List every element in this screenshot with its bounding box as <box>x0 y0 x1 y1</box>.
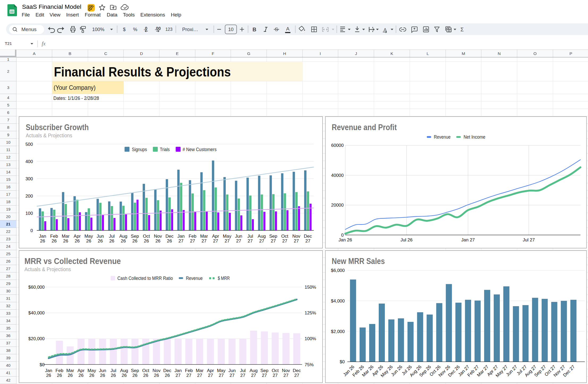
svg-text:27: 27 <box>197 373 202 378</box>
svg-text:Help: Help <box>171 12 181 18</box>
svg-text:Proxi…: Proxi… <box>182 27 198 32</box>
svg-text:17: 17 <box>6 192 11 197</box>
svg-text:24: 24 <box>6 244 11 249</box>
svg-text:41: 41 <box>6 370 11 375</box>
svg-text:26: 26 <box>154 373 159 378</box>
svg-text:26: 26 <box>165 373 170 378</box>
svg-text:Financial Results & Projection: Financial Results & Projections <box>54 65 231 79</box>
svg-text:150%: 150% <box>305 285 316 290</box>
svg-text:A: A <box>286 26 289 32</box>
svg-text:27: 27 <box>6 266 11 271</box>
svg-text:18: 18 <box>6 199 11 204</box>
svg-text:$60,000: $60,000 <box>28 285 45 290</box>
svg-text:6: 6 <box>7 110 9 115</box>
svg-text:200: 200 <box>25 194 33 199</box>
svg-text:Insert: Insert <box>66 12 79 18</box>
svg-text:%: % <box>133 27 137 32</box>
svg-text:Jul 26: Jul 26 <box>400 237 412 242</box>
svg-text:File: File <box>22 12 30 18</box>
svg-text:Apr: Apr <box>212 234 219 239</box>
svg-text:29: 29 <box>6 281 11 286</box>
svg-text:26: 26 <box>155 238 160 244</box>
svg-text:May: May <box>84 234 93 239</box>
svg-text:Feb: Feb <box>185 368 193 373</box>
svg-text:Oct: Oct <box>272 368 279 373</box>
svg-text:27: 27 <box>208 373 213 378</box>
svg-text:23: 23 <box>6 237 11 241</box>
svg-text:$4,000: $4,000 <box>331 298 345 304</box>
svg-text:27: 27 <box>283 373 288 378</box>
svg-text:May: May <box>88 368 96 373</box>
svg-text:0: 0 <box>341 233 344 238</box>
svg-text:4: 4 <box>7 95 9 100</box>
svg-text:Sep: Sep <box>131 368 139 373</box>
svg-text:Oct: Oct <box>281 234 288 239</box>
svg-text:26: 26 <box>122 373 127 378</box>
svg-text:13: 13 <box>6 162 11 167</box>
svg-text:Signups: Signups <box>132 147 147 152</box>
svg-text:B: B <box>253 27 256 32</box>
svg-text:.00: .00 <box>155 26 161 31</box>
svg-text:G: G <box>247 51 250 56</box>
svg-text:Aug: Aug <box>120 368 128 373</box>
svg-text:Trials: Trials <box>160 147 170 152</box>
svg-text:Mar: Mar <box>196 368 204 373</box>
svg-text:26: 26 <box>68 373 73 378</box>
svg-text:60000: 60000 <box>331 143 344 148</box>
svg-text:Jul: Jul <box>247 234 253 239</box>
svg-text:L: L <box>427 51 429 56</box>
svg-text:26: 26 <box>75 238 80 244</box>
svg-text:40000: 40000 <box>331 173 344 178</box>
svg-text:75%: 75% <box>305 362 314 367</box>
svg-text:37: 37 <box>6 341 11 345</box>
svg-text:Revenue and Profit: Revenue and Profit <box>332 122 397 132</box>
svg-text:10: 10 <box>228 27 233 32</box>
svg-text:38: 38 <box>6 348 11 353</box>
svg-text:Jan: Jan <box>174 368 182 373</box>
svg-text:27: 27 <box>259 238 264 244</box>
svg-text:$0: $0 <box>340 359 345 364</box>
svg-text:N: N <box>498 51 501 56</box>
svg-text:26: 26 <box>132 238 137 244</box>
svg-text:27: 27 <box>271 238 276 244</box>
svg-text:Dec: Dec <box>304 234 312 239</box>
svg-text:Mar: Mar <box>66 368 74 373</box>
svg-text:36: 36 <box>6 333 11 338</box>
svg-text:Format: Format <box>85 12 101 18</box>
svg-text:Data: Data <box>107 12 118 18</box>
svg-text:27: 27 <box>176 373 181 378</box>
svg-text:0: 0 <box>31 228 33 233</box>
svg-text:fx: fx <box>42 41 46 47</box>
svg-text:26: 26 <box>167 238 172 244</box>
svg-text:26: 26 <box>6 259 11 263</box>
svg-text:31: 31 <box>6 296 11 301</box>
svg-text:27: 27 <box>282 238 287 244</box>
svg-text:$2,000: $2,000 <box>331 329 345 334</box>
svg-text:27: 27 <box>190 238 195 244</box>
svg-text:Jun: Jun <box>97 234 104 239</box>
svg-text:26: 26 <box>98 238 103 244</box>
svg-text:27: 27 <box>202 238 207 244</box>
svg-text:Dec: Dec <box>163 368 172 373</box>
svg-text:26: 26 <box>143 373 148 378</box>
svg-text:27: 27 <box>294 373 299 378</box>
svg-text:35: 35 <box>6 326 11 330</box>
svg-text:Σ: Σ <box>461 27 464 32</box>
svg-text:22: 22 <box>6 229 11 234</box>
svg-text:.0: .0 <box>144 26 147 31</box>
svg-text:26: 26 <box>111 373 116 378</box>
svg-text:Jun: Jun <box>99 368 106 373</box>
svg-text:125%: 125% <box>305 310 316 315</box>
svg-text:3: 3 <box>7 85 9 90</box>
svg-text:12: 12 <box>6 155 11 159</box>
svg-text:Tools: Tools <box>123 12 135 18</box>
svg-text:D: D <box>140 51 143 56</box>
svg-text:Net Income: Net Income <box>464 134 485 140</box>
svg-text:27: 27 <box>251 373 256 378</box>
svg-text:9: 9 <box>7 133 9 137</box>
svg-text:500: 500 <box>25 142 33 147</box>
svg-text:27: 27 <box>178 238 184 244</box>
svg-text:11: 11 <box>6 147 10 152</box>
svg-text:View: View <box>50 12 61 18</box>
svg-text:Aug: Aug <box>258 234 266 239</box>
